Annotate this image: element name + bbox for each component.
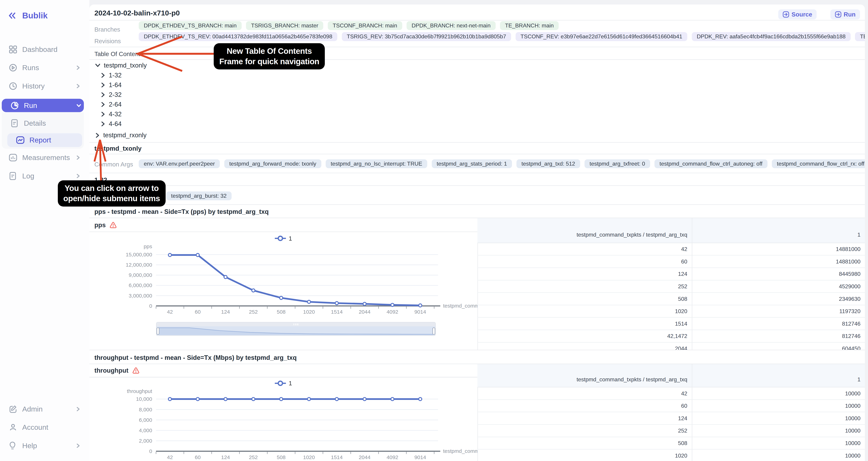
svg-text:testpmd_comman: testpmd_comman (443, 303, 477, 309)
table-row[interactable]: 4210000 (477, 388, 865, 400)
chevron-down-icon[interactable] (95, 63, 100, 68)
toc-node-label[interactable]: 4-32 (109, 111, 122, 118)
cell-x-value: 124 (678, 271, 687, 277)
svg-text:508: 508 (277, 309, 286, 315)
chevron-right-icon[interactable] (100, 82, 105, 88)
common-arg-chip: env: VAR.env.perf.peer2peer (139, 159, 220, 168)
bublik-report-page: Bublik Dashboard Runs History Run Detail… (0, 0, 868, 461)
cell-x-value: 252 (678, 283, 687, 289)
toc-node-2-64[interactable]: 2-64 (100, 100, 122, 109)
table-row[interactable]: 25210000 (477, 425, 865, 437)
toc-node-2-32[interactable]: 2-32 (100, 90, 122, 100)
sidebar-item-admin[interactable]: Admin (0, 403, 89, 415)
table-row[interactable]: 6010000 (477, 400, 865, 412)
table-row[interactable]: 2524529000 (477, 280, 865, 293)
sidebar-item-run-active[interactable]: Run (2, 99, 84, 112)
sidebar-item-label: History (22, 82, 44, 90)
red-arrow-to-tree (89, 135, 111, 186)
toc-node-4-64[interactable]: 4-64 (100, 119, 122, 129)
throughput-results-table: testpmd_command_txpkts / testpmd_arg_txq… (477, 364, 865, 461)
svg-text:testpmd_comman: testpmd_comman (443, 448, 477, 454)
table-row[interactable]: 10201197320 (477, 305, 865, 318)
chevron-right-icon (75, 407, 81, 412)
chevron-right-icon (75, 443, 81, 448)
toc-node-4-32[interactable]: 4-32 (100, 109, 122, 119)
revision-chip: DPDK_REV: aafa5ec4fcb4f9ac166cdbda2b1555… (692, 32, 850, 41)
sidebar-item-runs[interactable]: Runs (0, 62, 89, 74)
svg-text:0: 0 (149, 303, 152, 309)
column-divider (692, 364, 692, 461)
chevron-right-icon[interactable] (100, 102, 105, 107)
warning-triangle-icon[interactable] (110, 222, 117, 228)
chevron-right-icon[interactable] (100, 92, 105, 97)
table-row[interactable]: 2044604450 (477, 343, 865, 350)
table-row[interactable]: 42,1472812746 (477, 330, 865, 343)
toc-node-label[interactable]: 2-64 (109, 101, 122, 108)
toc-annotation: New Table Of Contents Frame for quick na… (214, 43, 325, 69)
datazoom-handle-bar[interactable] (157, 322, 435, 326)
svg-text:1514: 1514 (331, 454, 343, 460)
sidebar-item-history[interactable]: History (0, 80, 89, 92)
sidebar-item-details[interactable]: Details (2, 117, 84, 129)
table-row[interactable]: 102010000 (477, 450, 865, 461)
datazoom-slider[interactable] (156, 322, 436, 336)
document-icon (10, 119, 19, 127)
table-row[interactable]: 1248445980 (477, 268, 865, 280)
chevron-right-icon[interactable] (100, 72, 105, 78)
throughput-line-chart[interactable]: throughput02,0004,0006,0008,00010,000426… (89, 388, 477, 461)
cell-x-value: 2044 (675, 345, 687, 350)
pps-legend[interactable]: 1 (89, 234, 477, 243)
svg-text:508: 508 (277, 454, 286, 460)
datazoom-left-handle[interactable] (157, 328, 159, 335)
toc-node-label[interactable]: 2-32 (109, 91, 122, 98)
common-arg-chip: testpmd_arg_stats_period: 1 (432, 159, 512, 168)
toc-node-1-64[interactable]: 1-64 (100, 80, 122, 90)
table-row[interactable]: 5082349630 (477, 293, 865, 305)
cell-x-value: 1020 (675, 308, 687, 314)
table-row[interactable]: 1514812746 (477, 318, 865, 330)
svg-text:12,000,000: 12,000,000 (126, 262, 152, 268)
toc-node-label[interactable]: 1-64 (109, 82, 122, 89)
common-arg-chip: testpmd_arg_txfreet: 0 (585, 159, 650, 168)
revision-chip: TSRIGS_REV: 3b75cd7aca30de6b7f9921b962b1… (342, 32, 511, 41)
app-logo[interactable]: Bublik (22, 11, 48, 20)
sidebar-item-measurements[interactable]: Measurements (0, 152, 89, 164)
sidebar-item-help[interactable]: Help (0, 440, 89, 452)
source-button[interactable]: Source (778, 9, 817, 20)
cell-x-value: 42,1472 (667, 333, 687, 339)
line-series-legend-icon (275, 380, 286, 387)
grip-icon (293, 324, 299, 325)
table-row[interactable]: 50810000 (477, 437, 865, 450)
pps-line-chart[interactable]: pps03,000,0006,000,0009,000,00012,000,00… (89, 243, 477, 322)
sidebar-item-label: Details (24, 119, 46, 127)
warning-triangle-icon[interactable] (132, 367, 140, 374)
toc-node-label[interactable]: 4-64 (109, 120, 122, 128)
svg-text:4092: 4092 (386, 454, 398, 460)
svg-text:124: 124 (221, 454, 230, 460)
sidebar-item-report-selected[interactable]: Report (7, 133, 82, 147)
throughput-section-title: throughput - testpmd - mean - Side=Tx (M… (94, 354, 297, 361)
chevron-right-icon (75, 174, 81, 178)
sidebar-collapse-icon[interactable] (8, 12, 16, 19)
table-row[interactable]: 4214881000 (477, 243, 865, 256)
pps-card-title-row: pps (94, 221, 117, 229)
toc-node-label[interactable]: 1-32 (109, 72, 122, 79)
table-row[interactable]: 6014881000 (477, 255, 865, 268)
toc-node-1-32[interactable]: 1-32 (100, 70, 122, 80)
cell-measurement-value: 10000 (845, 415, 861, 422)
revision-chip: TE_REV: 3aaf86c2979e78e1d2c25d143488d4b6… (855, 32, 865, 41)
svg-text:2044: 2044 (359, 309, 370, 315)
sidebar-item-account[interactable]: Account (0, 421, 89, 433)
sidebar-item-dashboard[interactable]: Dashboard (0, 43, 89, 55)
table-row[interactable]: 12410000 (477, 412, 865, 425)
run-button[interactable]: Run (830, 9, 860, 20)
svg-text:6,000,000: 6,000,000 (129, 282, 152, 288)
chevron-right-icon[interactable] (100, 121, 105, 127)
sidebar-item-label: Account (22, 423, 48, 431)
svg-text:9,000,000: 9,000,000 (129, 272, 152, 278)
sidebar: Bublik Dashboard Runs History Run Detail… (0, 0, 89, 461)
datazoom-right-handle[interactable] (432, 328, 435, 335)
datazoom-selection[interactable] (157, 326, 435, 335)
throughput-legend[interactable]: 1 (89, 379, 477, 388)
chevron-right-icon[interactable] (100, 112, 105, 117)
